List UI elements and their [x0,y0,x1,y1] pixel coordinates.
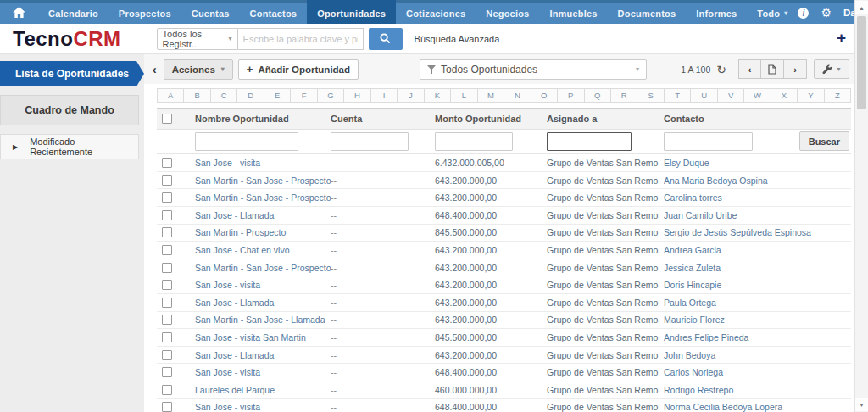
alphabet-filter-e[interactable]: E [264,88,291,103]
column-header-nombre[interactable]: Nombre Oportunidad [195,114,331,124]
contact-link[interactable]: Carolina torres [664,192,722,203]
contact-link[interactable]: Norma Cecilia Bedoya Lopera [664,402,782,412]
opportunity-name-link[interactable]: San Jose - visita San Martin [195,332,306,342]
contact-link[interactable]: Doris Hincapie [664,280,721,290]
prev-page-button[interactable]: ‹ [738,59,761,79]
filter-input-contacto[interactable] [664,132,753,151]
filter-input-nombre[interactable] [195,132,298,151]
opportunity-name-link[interactable]: Laureles del Parque [195,385,275,395]
row-checkbox[interactable] [162,192,172,203]
row-checkbox[interactable] [162,402,172,412]
list-filter-select[interactable]: Todos Oportunidades ▾ [420,59,647,80]
search-scope-select[interactable]: Todos los Registr... ▾ [157,28,238,50]
alphabet-filter-q[interactable]: Q [584,88,611,103]
column-header-asignado[interactable]: Asignado a [547,114,664,124]
quick-add-button[interactable]: + [837,30,846,46]
opportunity-name-link[interactable]: San Jose - visita [195,367,260,377]
buscar-button[interactable]: Buscar [799,131,849,151]
row-checkbox[interactable] [162,227,172,237]
settings-tools-button[interactable]: ▾ [814,59,849,79]
opportunity-name-link[interactable]: San Jose - visita [195,402,260,412]
sidebar-item-modificado-recientemente[interactable]: ▶ Modificado Recientemente [0,134,139,159]
info-icon[interactable]: i [798,8,809,19]
alphabet-filter-t[interactable]: T [664,88,691,103]
search-button[interactable] [369,28,403,50]
contact-link[interactable]: Mauricio Florez [664,315,725,325]
alphabet-filter-n[interactable]: N [504,88,531,103]
row-checkbox[interactable] [162,298,172,308]
alphabet-filter-u[interactable]: U [690,88,717,103]
nav-item-cotizaciones[interactable]: Cotizaciones [396,0,476,24]
opportunity-name-link[interactable]: San Martin - San Jose - Prospecto [195,175,331,186]
alphabet-filter-h[interactable]: H [343,88,370,103]
alphabet-filter-o[interactable]: O [531,88,558,103]
alphabet-filter-l[interactable]: L [450,88,477,103]
opportunity-name-link[interactable]: San Jose - Chat en vivo [195,245,289,255]
nav-item-negocios[interactable]: Negocios [476,0,539,24]
alphabet-filter-f[interactable]: F [290,88,317,103]
alphabet-filter-g[interactable]: G [317,88,344,103]
row-checkbox[interactable] [162,158,172,168]
select-all-checkbox[interactable] [162,114,172,124]
gear-icon[interactable]: ⚙ [821,7,832,19]
opportunity-name-link[interactable]: San Martin - San Jose - Prospecto [195,192,331,203]
opportunity-name-link[interactable]: San Jose - visita [195,158,260,168]
row-checkbox[interactable] [162,385,172,395]
alphabet-filter-x[interactable]: X [771,88,798,103]
alphabet-filter-r[interactable]: R [610,88,637,103]
row-checkbox[interactable] [162,245,172,255]
refresh-icon[interactable]: ↻ [716,64,726,75]
column-header-cuenta[interactable]: Cuenta [331,114,435,124]
alphabet-filter-m[interactable]: M [477,88,504,103]
alphabet-filter-z[interactable]: Z [824,88,851,103]
opportunity-name-link[interactable]: San Jose - visita [195,280,260,290]
advanced-search-link[interactable]: Búsqueda Avanzada [415,34,500,44]
nav-item-prospectos[interactable]: Prospectos [108,0,181,24]
contact-link[interactable]: Rodrigo Restrepo [664,385,733,395]
row-checkbox[interactable] [162,367,172,377]
alphabet-filter-w[interactable]: W [743,88,771,103]
row-checkbox[interactable] [162,210,172,220]
alphabet-filter-j[interactable]: J [397,88,424,103]
contact-link[interactable]: Jessica Zuleta [664,263,721,273]
collapse-sidebar-icon[interactable]: ‹ [148,63,161,76]
contact-link[interactable]: Elsy Duque [664,158,709,168]
alphabet-filter-i[interactable]: I [370,88,398,103]
alphabet-filter-s[interactable]: S [637,88,664,103]
app-logo[interactable]: TecnoCRM [13,29,121,49]
nav-item-cuentas[interactable]: Cuentas [181,0,240,24]
column-header-monto[interactable]: Monto Oportunidad [435,114,547,124]
nav-item-inmuebles[interactable]: Inmuebles [539,0,607,24]
alphabet-filter-a[interactable]: A [157,88,184,103]
alphabet-filter-b[interactable]: B [183,88,210,103]
nav-item-informes[interactable]: Informes [686,0,747,24]
search-input[interactable] [238,28,364,50]
contact-link[interactable]: Paula Ortega [664,298,716,308]
nav-item-calendario[interactable]: Calendario [38,0,108,24]
filter-input-asignado[interactable] [547,132,632,151]
contact-link[interactable]: Sergio de Jesús Sepúlveda Espinosa [664,227,811,237]
alphabet-filter-p[interactable]: P [557,88,584,103]
current-page-button[interactable] [761,59,784,79]
sidebar-item-cuadro-de-mando[interactable]: Cuadro de Mando [0,95,139,125]
row-checkbox[interactable] [162,175,172,186]
add-opportunity-button[interactable]: + Añadir Oportunidad [238,59,359,80]
contact-link[interactable]: Carlos Noriega [664,367,723,377]
contact-link[interactable]: Juan Camilo Uribe [664,210,737,220]
filter-input-monto[interactable] [435,132,513,151]
opportunity-name-link[interactable]: San Jose - Llamada [195,350,274,360]
opportunity-name-link[interactable]: San Martin - San Jose - Prospecto [195,263,331,273]
row-checkbox[interactable] [162,263,172,273]
opportunity-name-link[interactable]: San Martin - San Jose - Llamada [195,315,326,325]
nav-item-todo[interactable]: Todo▾ [747,0,798,24]
nav-item-oportunidades[interactable]: Oportunidades [307,0,396,24]
nav-item-contactos[interactable]: Contactos [240,0,308,24]
row-checkbox[interactable] [162,332,172,342]
contact-link[interactable]: John Bedoya [664,350,715,360]
vertical-scrollbar[interactable]: ▲ ▼ [854,0,868,412]
column-header-contacto[interactable]: Contacto [664,114,851,124]
next-page-button[interactable]: › [784,59,807,79]
contact-link[interactable]: Ana Maria Bedoya Ospina [664,175,768,186]
alphabet-filter-y[interactable]: Y [797,88,824,103]
alphabet-filter-k[interactable]: K [424,88,451,103]
